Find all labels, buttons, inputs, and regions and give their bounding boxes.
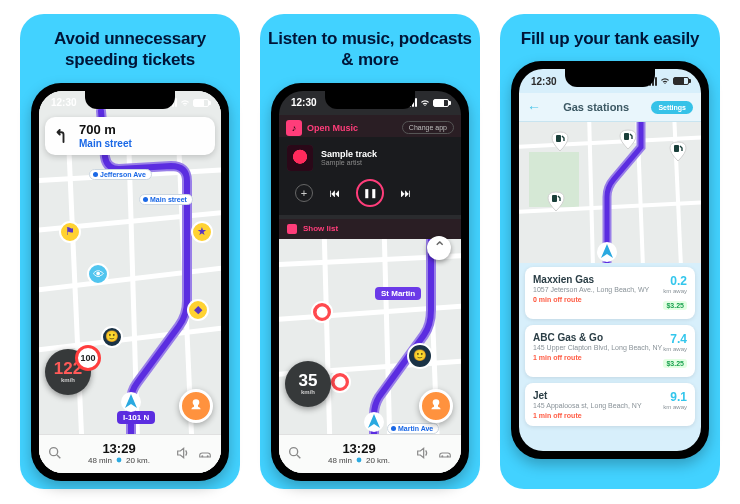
speedometer[interactable]: 122 km/h 100 (45, 349, 91, 395)
phone-frame: 12:30 ← Gas stations Settings Maxxien Ga… (511, 61, 709, 459)
turn-street: Main street (79, 138, 132, 149)
eta-duration: 48 min (88, 456, 112, 465)
wifi-icon (660, 77, 670, 85)
station-dist: 7.4 (663, 332, 687, 346)
station-dist: 9.1 (663, 390, 687, 404)
station-addr: 1057 Jeterson Ave., Long Beach, WY (533, 286, 649, 293)
eta-distance: 20 km. (366, 456, 390, 465)
station-name: Maxxien Gas (533, 274, 649, 285)
panel-title: Avoid unnecessary speeding tickets (28, 28, 232, 71)
eta-distance: 20 km. (126, 456, 150, 465)
eta-block[interactable]: 13:29 48 min 20 km. (88, 441, 150, 465)
road-label: Martin Ave (387, 423, 439, 434)
current-speed: 35 (299, 372, 318, 389)
gas-header: ← Gas stations Settings (519, 93, 701, 122)
notch (85, 91, 175, 109)
wazer-marker[interactable]: 🙂 (407, 343, 433, 369)
station-price: $3.25 (663, 359, 687, 368)
status-time: 12:30 (291, 97, 317, 108)
gas-pin[interactable] (547, 191, 565, 211)
hazard-marker[interactable]: ★ (191, 221, 213, 243)
gas-list[interactable]: Maxxien Gas 1057 Jeterson Ave., Long Bea… (525, 267, 695, 445)
station-addr: 145 Upper Clapton Blvd, Long Beach, NY (533, 344, 662, 351)
svg-point-3 (117, 458, 122, 463)
battery-icon (433, 99, 449, 107)
gas-card[interactable]: Maxxien Gas 1057 Jeterson Ave., Long Bea… (525, 267, 695, 319)
speedometer[interactable]: 35 km/h (285, 361, 331, 407)
report-button[interactable] (419, 389, 453, 423)
nav-arrow-icon (120, 391, 142, 413)
album-art[interactable] (287, 145, 313, 171)
bottom-bar: 13:29 48 min 20 km. (279, 434, 461, 473)
show-list-label: Show list (303, 224, 338, 233)
notch (565, 69, 655, 87)
station-offroute: 1 min off route (533, 354, 662, 361)
open-music-label[interactable]: Open Music (307, 123, 358, 133)
turn-distance: 700 m (79, 123, 132, 136)
show-list-row[interactable]: Show list (279, 219, 461, 239)
gas-pin[interactable] (669, 141, 687, 161)
app-store-panels: Avoid unnecessary speeding tickets Jeffe… (20, 14, 720, 489)
hazard-marker[interactable]: ◆ (187, 299, 209, 321)
route-dot-icon (355, 456, 363, 464)
speed-unit: km/h (301, 389, 315, 395)
svg-rect-15 (556, 135, 561, 142)
phone-frame: Jefferson Ave Main street ⚑ ★ 👁 🙂 ◆ I-10… (31, 83, 229, 481)
wazer-marker[interactable]: 👁 (87, 263, 109, 285)
status-time: 12:30 (531, 76, 557, 87)
svg-rect-16 (624, 133, 629, 140)
sound-icon[interactable] (415, 445, 431, 461)
gas-card[interactable]: Jet 145 Appaloosa st, Long Beach, NY 1 m… (525, 383, 695, 426)
track-artist: Sample artist (321, 159, 377, 166)
eta-duration: 48 min (328, 456, 352, 465)
carpool-icon[interactable] (197, 445, 213, 461)
station-unit: km away (663, 404, 687, 410)
road-label: Main street (139, 194, 193, 205)
sound-icon[interactable] (175, 445, 191, 461)
station-unit: km away (663, 288, 687, 294)
report-button[interactable] (179, 389, 213, 423)
screen: St Martin Martin Ave ⬤ ⬤ 🙂 12:30 ♪ Open … (279, 91, 461, 473)
turn-card[interactable]: 700 m Main street (45, 117, 215, 155)
prev-button[interactable]: ⏮ (329, 187, 340, 199)
alert-marker[interactable]: ⬤ (311, 301, 333, 323)
battery-icon (193, 99, 209, 107)
change-app-button[interactable]: Change app (402, 121, 454, 134)
eta-block[interactable]: 13:29 48 min 20 km. (328, 441, 390, 465)
station-name: ABC Gas & Go (533, 332, 662, 343)
panel-speed: Avoid unnecessary speeding tickets Jeffe… (20, 14, 240, 489)
next-button[interactable]: ⏭ (400, 187, 411, 199)
settings-button[interactable]: Settings (651, 101, 693, 114)
back-button[interactable]: ← (527, 99, 541, 115)
add-button[interactable]: + (295, 184, 313, 202)
alert-marker[interactable]: ⬤ (329, 371, 351, 393)
eta-time: 13:29 (88, 441, 150, 456)
eta-time: 13:29 (328, 441, 390, 456)
nav-arrow-icon (363, 411, 385, 433)
gas-card[interactable]: ABC Gas & Go 145 Upper Clapton Blvd, Lon… (525, 325, 695, 377)
search-icon[interactable] (287, 445, 303, 461)
route-dot-icon (115, 456, 123, 464)
gas-pin[interactable] (551, 131, 569, 151)
gas-pin[interactable] (619, 129, 637, 149)
speed-unit: km/h (61, 377, 75, 383)
svg-point-9 (357, 458, 362, 463)
road-label: Jefferson Ave (89, 169, 152, 180)
wifi-icon (180, 99, 190, 107)
speed-limit: 100 (75, 345, 101, 371)
panel-title: Listen to music, podcasts & more (268, 28, 472, 71)
svg-point-5 (207, 455, 209, 457)
wazer-marker[interactable]: 🙂 (101, 326, 123, 348)
svg-point-10 (441, 455, 443, 457)
station-offroute: 0 min off route (533, 296, 649, 303)
station-unit: km away (663, 346, 687, 352)
play-pause-button[interactable] (356, 179, 384, 207)
search-icon[interactable] (47, 445, 63, 461)
wifi-icon (420, 99, 430, 107)
screen: Jefferson Ave Main street ⚑ ★ 👁 🙂 ◆ I-10… (39, 91, 221, 473)
carpool-icon[interactable] (437, 445, 453, 461)
station-offroute: 1 min off route (533, 412, 642, 419)
svg-rect-18 (674, 145, 679, 152)
collapse-button[interactable]: ⌃ (427, 236, 451, 260)
hazard-marker[interactable]: ⚑ (59, 221, 81, 243)
